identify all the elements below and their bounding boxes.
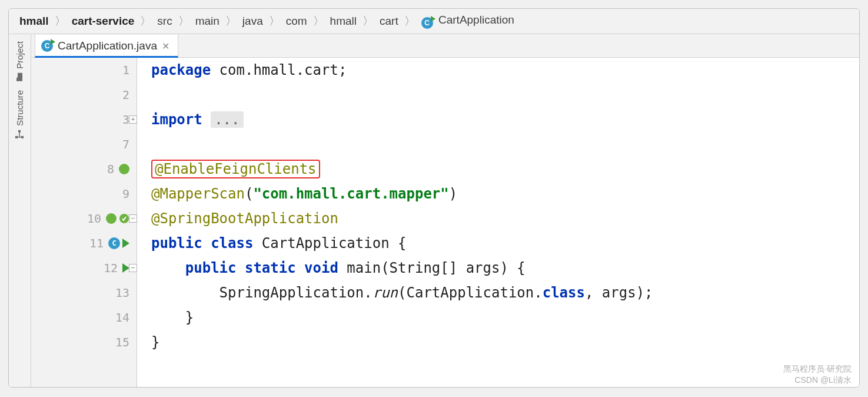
tool-project[interactable]: Project (15, 41, 25, 82)
code-line: −@SpringBootApplication (137, 206, 859, 231)
breadcrumb-item[interactable]: java (240, 15, 265, 28)
breadcrumb-item[interactable]: hmall (328, 15, 359, 28)
line-number: 14 (112, 310, 129, 325)
svg-rect-1 (22, 136, 24, 138)
tool-label: Project (15, 41, 25, 69)
line-number: 1 (112, 63, 129, 77)
editor-body: Project Structure CartApplication.java ✕… (9, 34, 859, 387)
fold-expand-icon[interactable]: + (129, 115, 137, 124)
chevron-right-icon: 〉 (139, 14, 152, 29)
code-line: @MapperScan("com.hmall.cart.mapper") (137, 181, 859, 206)
tool-structure[interactable]: Structure (15, 90, 25, 139)
code-editor[interactable]: 1 2 3 7 8 9 10 (31, 58, 859, 387)
fold-collapse-icon[interactable]: − (129, 264, 137, 272)
line-number: 12 (100, 261, 118, 275)
tool-label: Structure (15, 90, 25, 126)
gutter: 1 2 3 7 8 9 10 (31, 58, 137, 387)
class-run-icon (421, 17, 433, 29)
code-line (137, 82, 859, 107)
class-run-icon (41, 40, 53, 52)
tool-rail: Project Structure (9, 34, 31, 387)
tab-label: CartApplication.java (58, 39, 157, 52)
line-number: 15 (112, 335, 129, 349)
breadcrumb-item[interactable]: src (155, 15, 174, 28)
ide-window: hmall 〉 cart-service 〉 src 〉 main 〉 java… (8, 8, 860, 388)
breadcrumb: hmall 〉 cart-service 〉 src 〉 main 〉 java… (9, 9, 859, 34)
spring-bean-icon[interactable] (119, 164, 129, 174)
code-line: − public static void main(String[] args)… (137, 256, 859, 280)
breadcrumb-item[interactable]: cart (377, 15, 401, 28)
code-line: @EnableFeignClients (137, 157, 859, 181)
watermark: 黑马程序员·研究院 CSDN @Li清水 (783, 363, 852, 386)
main-editor-area: CartApplication.java ✕ 1 2 3 7 8 9 (31, 34, 859, 387)
line-number: 8 (97, 162, 114, 176)
code-content[interactable]: package com.hmall.cart; +import ... @Ena… (137, 58, 859, 387)
breadcrumb-item-label: CartApplication (438, 14, 514, 26)
watermark-line: CSDN @Li清水 (783, 375, 852, 386)
file-tab[interactable]: CartApplication.java ✕ (35, 35, 178, 58)
run-icon[interactable] (122, 239, 129, 248)
code-line: SpringApplication.run(CartApplication.cl… (137, 280, 859, 305)
breadcrumb-item[interactable]: CartApplication (419, 14, 517, 29)
chevron-right-icon: 〉 (177, 14, 191, 29)
line-number: 13 (112, 286, 129, 300)
chevron-right-icon: 〉 (54, 14, 67, 29)
close-icon[interactable]: ✕ (162, 41, 169, 52)
watermark-line: 黑马程序员·研究院 (783, 363, 852, 375)
line-number: 9 (112, 187, 129, 201)
breadcrumb-item[interactable]: cart-service (69, 15, 137, 28)
line-number: 11 (86, 236, 104, 250)
code-line: public class CartApplication { (137, 231, 859, 256)
code-line (137, 132, 859, 157)
line-number: 2 (112, 88, 129, 102)
folder-icon (15, 72, 25, 82)
highlight-box: @EnableFeignClients (151, 160, 320, 178)
spring-bean-icon[interactable] (106, 213, 117, 224)
code-line: } (137, 305, 859, 330)
folded-imports[interactable]: ... (211, 111, 243, 128)
chevron-right-icon: 〉 (361, 14, 375, 29)
code-line: } (137, 330, 859, 355)
structure-icon (15, 130, 25, 139)
chevron-right-icon: 〉 (268, 14, 281, 29)
line-number: 10 (84, 211, 101, 226)
fold-collapse-icon[interactable]: − (129, 214, 137, 223)
svg-rect-0 (16, 136, 18, 138)
chevron-right-icon: 〉 (224, 14, 238, 29)
breadcrumb-item[interactable]: main (193, 15, 222, 28)
breadcrumb-item[interactable]: com (284, 15, 310, 28)
breadcrumb-item[interactable]: hmall (17, 15, 51, 28)
class-icon[interactable] (108, 237, 120, 249)
code-line: package com.hmall.cart; (137, 58, 859, 82)
line-number: 3 (112, 113, 129, 127)
svg-rect-2 (19, 130, 21, 133)
spring-config-icon[interactable] (119, 213, 129, 224)
tab-bar: CartApplication.java ✕ (31, 34, 859, 58)
chevron-right-icon: 〉 (312, 14, 325, 29)
code-line: +import ... (137, 107, 859, 132)
line-number: 7 (112, 137, 129, 151)
chevron-right-icon: 〉 (403, 14, 417, 29)
